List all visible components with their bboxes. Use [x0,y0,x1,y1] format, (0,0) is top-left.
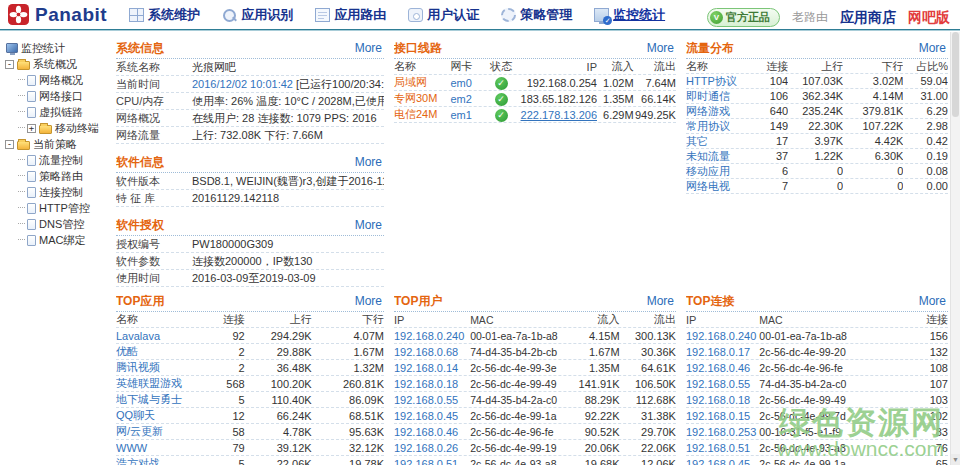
cell-text: 0 [843,165,903,177]
cell-link[interactable]: 192.168.0.45 [394,410,470,422]
table-row: 192.168.0.262c-56-dc-4e-99-1920.06K22.06… [394,440,676,456]
cell-link[interactable]: em1 [450,109,487,121]
cell-link[interactable]: 192.168.0.51 [686,442,759,454]
more-link[interactable]: More [355,218,382,232]
cell-link[interactable]: 局域网 [394,75,450,90]
brand-logo[interactable]: Panabit [8,4,107,26]
cell-link[interactable]: 网络游戏 [686,104,752,119]
sidebar-item-label: 流量控制 [39,153,83,168]
cell-text: 5 [204,394,244,406]
nav-item-app-routing[interactable]: 应用路由 [315,6,386,24]
collapse-icon[interactable]: - [5,60,14,69]
cell-link[interactable]: 192.168.0.18 [394,378,470,390]
panel-title: 软件信息 [116,154,164,171]
cell-link[interactable]: QQ聊天 [116,408,204,423]
sidebar-item-系统概况[interactable]: -系统概况 [0,56,112,72]
scrollbar-down-arrow[interactable]: ▼ [951,454,960,465]
cell-link[interactable]: 192.168.0.46 [394,426,470,438]
app-store-link[interactable]: 应用商店 [840,9,896,27]
cell-link[interactable]: 192.168.0.45 [686,458,759,465]
scrollbar-thumb[interactable] [952,32,959,117]
more-link[interactable]: More [355,294,382,308]
more-link[interactable]: More [355,155,382,169]
sidebar-item-MAC绑定[interactable]: MAC绑定 [0,232,112,248]
cell-link[interactable]: em0 [450,77,487,89]
more-link[interactable]: More [355,41,382,55]
cell-text: 2c-56-dc-4e-99-1a [759,458,877,465]
cell-link[interactable]: 优酷 [116,344,204,359]
genuine-badge[interactable]: V 官方正品 [707,8,780,27]
cell-link[interactable]: 192.168.0.55 [686,378,759,390]
verified-icon: V [710,11,723,24]
sidebar-item-网络概况[interactable]: 网络概况 [0,72,112,88]
value-text: BSD8.1, WEIJIN(魏晋)r3,创建于2016-11-29 14:33… [192,175,384,187]
cell-link[interactable]: HTTP协议 [686,74,752,89]
collapse-icon[interactable]: - [5,140,14,149]
cell-link[interactable]: 专网30M [394,91,450,106]
cell-link[interactable]: 192.168.0.14 [394,362,470,374]
cell-link[interactable]: 192.168.0.68 [394,346,470,358]
old-router-link[interactable]: 老路由 [792,9,828,26]
cell-link[interactable]: Lavalava [116,330,204,342]
cell-link[interactable]: 未知流量 [686,149,752,164]
cell-link[interactable]: 网/云更新 [116,424,204,439]
vertical-scrollbar[interactable]: ▼ [950,32,960,465]
cell-text: 65 [877,458,948,465]
cell-link[interactable]: 192.168.0.18 [686,394,759,406]
cell-link[interactable]: 192.168.0.15 [686,410,759,422]
table-row: 未知流量371.22K6.30K0.19 [686,149,948,164]
expand-icon[interactable]: + [27,124,36,133]
nav-item-system-maintenance[interactable]: 系统维护 [129,6,200,24]
sidebar-item-连接控制[interactable]: 连接控制 [0,184,112,200]
cell-link[interactable]: 即时通信 [686,89,752,104]
more-link[interactable]: More [647,41,674,55]
value-link[interactable]: 2016/12/02 10:01:42 [192,78,293,90]
sidebar-item-网络接口[interactable]: 网络接口 [0,88,112,104]
nav-item-monitor-stats[interactable]: 监控统计 [594,6,665,24]
cell-link[interactable]: 电信24M [394,107,450,122]
cell-link[interactable]: 192.168.0.51 [394,458,470,465]
cell-link[interactable]: 192.168.0.17 [686,346,759,358]
field-label: 特 征 库 [116,191,192,206]
cell-link[interactable]: 222.178.13.206 [515,109,597,121]
column-header: IP [515,61,597,73]
more-link[interactable]: More [647,294,674,308]
table-row: 192.168.0.452c-56-dc-4e-99-1a92.22K31.38… [394,408,676,424]
sidebar-item-监控统计[interactable]: 监控统计 [0,40,112,56]
cell-link[interactable]: 常用协议 [686,119,752,134]
cell-link[interactable]: 浩方对战 [116,456,204,465]
cell-text: 88.29K [569,394,620,406]
cell-link[interactable]: 192.168.0.55 [394,394,470,406]
sidebar-item-当前策略[interactable]: -当前策略 [0,136,112,152]
cell-link[interactable]: 网络电视 [686,179,752,194]
netbar-edition-link[interactable]: 网吧版 [908,9,950,27]
cell-link[interactable]: 192.168.0.253 [686,426,759,438]
cell-link[interactable]: 其它 [686,134,752,149]
cell-link[interactable]: 地下城与勇士 [116,392,204,407]
cell-text: 0.19 [903,150,948,162]
cell-link[interactable]: 192.168.0.240 [394,330,470,342]
nav-item-policy-mgmt[interactable]: 策略管理 [501,6,572,24]
cell-text: 79 [204,442,244,454]
sidebar-item-label: 当前策略 [33,137,77,152]
cell-link[interactable]: 腾讯视频 [116,360,204,375]
cell-text: 102 [877,410,948,422]
more-link[interactable]: More [919,294,946,308]
more-link[interactable]: More [919,41,946,55]
cell-link[interactable]: 192.168.0.46 [686,362,759,374]
sidebar-item-流量控制[interactable]: 流量控制 [0,152,112,168]
field-label: 网络概况 [116,111,192,126]
sidebar-item-HTTP管控[interactable]: HTTP管控 [0,200,112,216]
cell-link[interactable]: 192.168.0.26 [394,442,470,454]
cell-link[interactable]: 192.168.0.240 [686,330,759,342]
nav-item-user-auth[interactable]: 用户认证 [408,6,479,24]
cell-link[interactable]: WWW [116,442,204,454]
nav-item-app-identify[interactable]: 应用识别 [222,6,293,24]
sidebar-item-移动终端[interactable]: +移动终端 [0,120,112,136]
sidebar-item-虚拟链路[interactable]: 虚拟链路 [0,104,112,120]
sidebar-item-DNS管控[interactable]: DNS管控 [0,216,112,232]
cell-link[interactable]: 英雄联盟游戏 [116,376,204,391]
sidebar-item-策略路由[interactable]: 策略路由 [0,168,112,184]
cell-link[interactable]: em2 [450,93,487,105]
cell-link[interactable]: 移动应用 [686,164,752,179]
